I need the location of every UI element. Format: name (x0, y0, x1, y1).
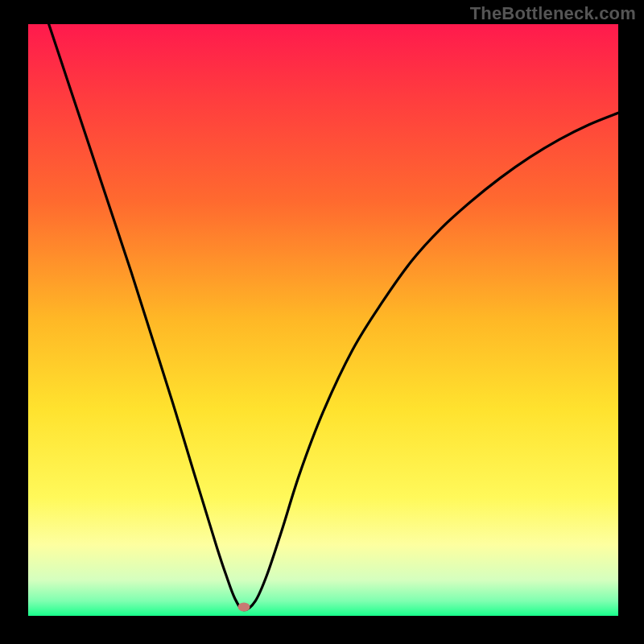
plot-svg (28, 24, 618, 616)
chart-frame: TheBottleneck.com (0, 0, 644, 644)
gradient-background (28, 24, 618, 616)
plot-area (28, 24, 618, 616)
watermark-text: TheBottleneck.com (470, 3, 636, 24)
optimal-point-marker (237, 602, 250, 611)
